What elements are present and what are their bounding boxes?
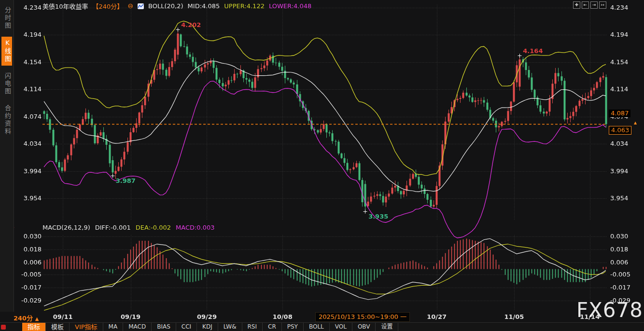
toolbar-tab-psy[interactable]: PSY	[282, 323, 304, 331]
toolbar-tab-templates[interactable]: 模板	[46, 323, 70, 331]
extreme-price-label: 3.987	[116, 177, 136, 184]
boll-upper-value: UPPER:4.122	[224, 2, 265, 10]
macd-y-tick-left: -0.029	[14, 297, 42, 304]
boll-mid-value: MID:4.085	[188, 2, 220, 10]
macd-y-tick-left: 0.006	[14, 259, 42, 266]
main-y-tick-left: 4.154	[14, 58, 42, 66]
price-badge-current: 4.063	[609, 126, 631, 135]
x-axis-date: 09/29	[197, 313, 217, 320]
pan-icon[interactable]: ✚	[573, 1, 580, 9]
macd-header: MACD(26,12,9) DIFF:-0.001 DEA:-0.002 MAC…	[42, 224, 215, 231]
triangle-up-icon: ▲	[35, 316, 39, 321]
toolbar-tab-obv[interactable]: OBV	[352, 323, 376, 331]
sidebar-item-flash-chart[interactable]: 闪电图	[1, 70, 12, 98]
chart-header: 美债10年收益率 【240分】 ⊖ BOLL(20,2) MID:4.085 U…	[42, 1, 311, 10]
macd-y-tick-left: -0.017	[14, 284, 42, 291]
chart-toolbar-icons: ✚⇤⇥↦	[573, 1, 606, 9]
macd-y-tick-right: -0.017	[610, 284, 641, 291]
extreme-price-label: 4.164	[523, 47, 543, 55]
sidebar-item-contract-info[interactable]: 合约资料	[1, 102, 12, 138]
period-label[interactable]: 【240分】	[93, 1, 124, 11]
macd-dea-value: DEA:-0.002	[136, 224, 171, 231]
boll-lower-value: LOWER:4.048	[269, 2, 311, 10]
main-y-tick-right: 4.234	[610, 4, 641, 11]
toolbar-spacer	[9, 323, 22, 331]
main-y-tick-left: 4.074	[14, 113, 42, 120]
price-badge-current-value: 4.063	[611, 126, 629, 134]
toolbar-tab-macd[interactable]: MACD	[123, 323, 152, 331]
main-y-tick-right: 4.114	[610, 85, 641, 93]
minus-circle-icon[interactable]: ⊖	[127, 2, 133, 9]
main-y-tick-right: 4.194	[610, 31, 641, 38]
toolbar-tab-rsi[interactable]: RSI	[242, 323, 263, 331]
instrument-title: 美债10年收益率	[42, 1, 88, 11]
range-start-icon[interactable]: ⇤	[582, 1, 589, 9]
extreme-price-label: 4.202	[181, 21, 201, 28]
macd-params-label: MACD(26,12,9)	[42, 224, 90, 231]
macd-y-tick-right: 0.030	[610, 233, 641, 240]
main-y-tick-left: 4.114	[14, 85, 42, 93]
main-y-tick-left: 3.954	[14, 194, 42, 202]
main-y-tick-right: 4.034	[610, 140, 641, 147]
main-y-tick-right: 4.154	[610, 58, 641, 66]
range-end-icon[interactable]: ⇥	[590, 1, 598, 9]
extreme-price-label: 3.935	[368, 213, 388, 220]
price-badge-close: 4.087	[609, 110, 630, 117]
macd-y-tick-right: 0.006	[610, 259, 641, 266]
toolbar-tab-cci[interactable]: CCI	[176, 323, 197, 331]
left-sidebar: 分时图K线图闪电图合约资料	[0, 0, 14, 312]
x-axis-date: 10/08	[273, 313, 293, 320]
x-axis-row: 240分 ▲ 2025/10/13 15:00~19:00 一 09/1109/…	[0, 312, 644, 322]
main-y-tick-left: 4.194	[14, 31, 42, 38]
trading-terminal: 分时图K线图闪电图合约资料 美债10年收益率 【240分】 ⊖ BOLL(20,…	[0, 0, 644, 331]
x-axis-date: 09/11	[53, 313, 73, 320]
macd-diff-value: DIFF:-0.001	[95, 224, 131, 231]
main-y-tick-right: 3.994	[610, 167, 641, 175]
x-axis-date: 09/19	[121, 313, 140, 320]
main-y-tick-left: 4.034	[14, 140, 42, 147]
price-badge-close-value: 4.087	[611, 110, 629, 117]
toolbar-tab-bias[interactable]: BIAS	[152, 323, 176, 331]
toolbar-tab-kdj[interactable]: KDJ	[197, 323, 218, 331]
macd-y-tick-right: 0.018	[610, 246, 641, 253]
bottom-toolbar: 指标模板VIP指标MAMACDBIASCCIKDJLW&RSICRPSYBOLL…	[0, 322, 644, 331]
toolbar-tab-lwr[interactable]: LW&	[218, 323, 242, 331]
toolbar-tab-indicators[interactable]: 指标	[22, 323, 46, 331]
toolbar-tab-vip-indicators[interactable]: VIP指标	[70, 323, 103, 331]
selection-tooltip: 2025/10/13 15:00~19:00 一	[315, 312, 410, 322]
main-y-tick-right: 3.954	[610, 194, 641, 202]
macd-y-tick-left: 0.030	[14, 233, 42, 240]
main-y-tick-left: 4.234	[14, 4, 42, 11]
boll-label: BOLL(20,2)	[148, 2, 183, 10]
x-axis-date: 11/05	[504, 313, 524, 320]
toolbar-logo-icon	[1, 325, 6, 330]
sidebar-item-candle-chart[interactable]: K线图	[1, 37, 12, 66]
toolbar-tab-vol[interactable]: VOL	[330, 323, 352, 331]
toolbar-tab-cr[interactable]: CR	[263, 323, 282, 331]
period-indicator[interactable]: 240分 ▲	[14, 313, 39, 322]
price-arrow-icon: ▲	[634, 121, 637, 125]
period-indicator-label: 240分	[14, 315, 33, 322]
jump-latest-icon[interactable]: ↦	[599, 1, 606, 9]
main-y-tick-left: 3.994	[14, 167, 42, 175]
watermark: FX678	[576, 298, 643, 322]
macd-y-tick-left: 0.018	[14, 246, 42, 253]
x-axis-date: 10/27	[427, 313, 447, 320]
macd-y-tick-left: -0.005	[14, 271, 42, 278]
macd-macd-value: MACD:0.003	[176, 224, 215, 231]
macd-y-tick-right: -0.005	[610, 271, 641, 278]
toolbar-tab-settings[interactable]: 设置	[376, 323, 398, 331]
sidebar-item-time-chart[interactable]: 分时图	[1, 4, 12, 32]
chart-canvas[interactable]	[0, 0, 644, 331]
toolbar-tab-boll[interactable]: BOLL	[304, 323, 330, 331]
toolbar-tab-ma[interactable]: MA	[103, 323, 124, 331]
indicator-chart-icon	[138, 3, 144, 9]
